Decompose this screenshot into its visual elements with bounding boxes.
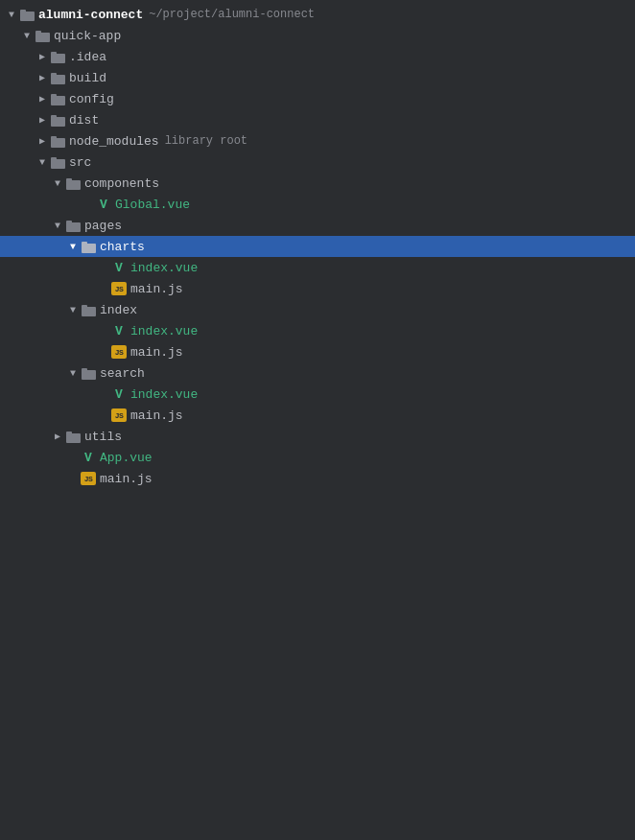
svg-rect-15 — [51, 157, 57, 161]
tree-item-index-folder[interactable]: ▼ index — [0, 299, 635, 320]
search-main-js-icon: JS — [111, 408, 127, 422]
global-vue-icon: V — [96, 197, 111, 212]
main-js-icon: JS — [81, 472, 96, 485]
idea-folder-icon — [50, 49, 65, 64]
file-tree: ▼ alumni-connect ~/project/alumni-connec… — [0, 0, 635, 840]
utils-label: utils — [84, 430, 122, 444]
app-vue-label: App.vue — [100, 451, 153, 465]
tree-item-index-main-js[interactable]: JS main.js — [0, 341, 635, 362]
root-folder-name: alumni-connect — [38, 8, 143, 22]
dist-arrow-icon: ▶ — [35, 112, 50, 128]
index-index-vue-icon: V — [111, 323, 127, 338]
tree-item-charts-main-js[interactable]: JS main.js — [0, 278, 635, 299]
config-folder-icon — [50, 91, 65, 106]
charts-label: charts — [100, 240, 145, 254]
tree-item-index-index-vue[interactable]: V index.vue — [0, 320, 635, 341]
charts-index-vue-icon: V — [111, 260, 127, 275]
index-index-vue-label: index.vue — [130, 324, 198, 338]
config-arrow-icon: ▶ — [35, 91, 50, 106]
tree-item-app-vue[interactable]: V App.vue — [0, 447, 635, 468]
pages-folder-icon — [65, 218, 81, 233]
main-js-label: main.js — [100, 472, 153, 486]
index-main-js-icon: JS — [111, 345, 127, 359]
svg-rect-27 — [66, 432, 72, 435]
tree-item-src[interactable]: ▼ src — [0, 152, 635, 173]
svg-rect-23 — [82, 305, 87, 309]
tree-item-dist[interactable]: ▶ dist — [0, 109, 635, 130]
tree-item-node-modules[interactable]: ▶ node_modules library root — [0, 130, 635, 152]
svg-rect-17 — [66, 178, 72, 182]
src-folder-icon — [50, 154, 65, 170]
pages-label: pages — [84, 219, 122, 233]
search-main-js-label: main.js — [130, 408, 183, 423]
components-arrow-icon: ▼ — [50, 175, 65, 191]
tree-item-quick-app[interactable]: ▼ quick-app — [0, 25, 635, 46]
svg-rect-13 — [51, 136, 57, 140]
index-folder-arrow-icon: ▼ — [65, 302, 81, 317]
search-index-vue-icon: V — [111, 386, 127, 402]
tree-item-config[interactable]: ▶ config — [0, 88, 635, 109]
idea-label: .idea — [69, 50, 106, 64]
build-arrow-icon: ▶ — [35, 70, 50, 85]
index-main-js-label: main.js — [130, 345, 183, 360]
global-vue-label: Global.vue — [115, 198, 190, 212]
svg-rect-3 — [35, 31, 41, 35]
svg-rect-11 — [51, 115, 57, 119]
tree-item-charts[interactable]: ▼ charts — [0, 236, 635, 257]
src-label: src — [69, 155, 91, 170]
svg-rect-25 — [82, 368, 87, 372]
dist-label: dist — [69, 113, 99, 128]
node-modules-folder-icon — [50, 133, 65, 149]
tree-item-components[interactable]: ▼ components — [0, 173, 635, 194]
components-label: components — [84, 176, 159, 191]
tree-item-utils[interactable]: ▶ utils — [0, 426, 635, 447]
tree-item-pages[interactable]: ▼ pages — [0, 215, 635, 236]
src-arrow-icon: ▼ — [35, 154, 50, 170]
config-label: config — [69, 92, 114, 106]
search-folder-label: search — [100, 366, 145, 381]
index-folder-label: index — [100, 303, 137, 317]
components-folder-icon — [65, 175, 81, 191]
node-modules-badge: library root — [165, 134, 247, 148]
tree-item-search-main-js[interactable]: JS main.js — [0, 405, 635, 426]
search-folder-arrow-icon: ▼ — [65, 365, 81, 381]
svg-rect-19 — [66, 221, 72, 224]
root-folder-icon — [19, 7, 35, 22]
svg-rect-21 — [82, 242, 87, 245]
charts-index-vue-label: index.vue — [130, 261, 198, 275]
quick-app-arrow-icon: ▼ — [19, 28, 35, 43]
tree-root-item[interactable]: ▼ alumni-connect ~/project/alumni-connec… — [0, 4, 635, 25]
app-vue-icon: V — [81, 450, 96, 465]
idea-arrow-icon: ▶ — [35, 49, 50, 64]
charts-main-js-label: main.js — [130, 282, 183, 296]
quick-app-label: quick-app — [54, 29, 121, 43]
tree-item-global-vue[interactable]: V Global.vue — [0, 194, 635, 215]
tree-item-build[interactable]: ▶ build — [0, 67, 635, 88]
node-modules-label: node_modules — [69, 134, 159, 149]
root-path: ~/project/alumni-connect — [149, 8, 315, 21]
svg-rect-5 — [51, 52, 57, 56]
utils-arrow-icon: ▶ — [50, 429, 65, 444]
svg-rect-1 — [20, 10, 26, 13]
tree-item-charts-index-vue[interactable]: V index.vue — [0, 257, 635, 278]
charts-arrow-icon: ▼ — [65, 239, 81, 254]
node-modules-arrow-icon: ▶ — [35, 133, 50, 149]
search-folder-icon — [81, 365, 96, 381]
tree-item-main-js[interactable]: JS main.js — [0, 468, 635, 489]
charts-main-js-icon: JS — [111, 282, 127, 295]
tree-item-search-index-vue[interactable]: V index.vue — [0, 384, 635, 405]
index-folder-icon — [81, 302, 96, 317]
dist-folder-icon — [50, 112, 65, 128]
charts-folder-icon — [81, 239, 96, 254]
root-arrow-icon: ▼ — [4, 7, 19, 22]
quick-app-folder-icon — [35, 28, 50, 43]
search-index-vue-label: index.vue — [130, 387, 198, 402]
svg-rect-7 — [51, 73, 57, 77]
build-label: build — [69, 71, 106, 85]
build-folder-icon — [50, 70, 65, 85]
utils-folder-icon — [65, 429, 81, 444]
pages-arrow-icon: ▼ — [50, 218, 65, 233]
svg-rect-9 — [51, 94, 57, 98]
tree-item-search-folder[interactable]: ▼ search — [0, 362, 635, 384]
tree-item-idea[interactable]: ▶ .idea — [0, 46, 635, 67]
